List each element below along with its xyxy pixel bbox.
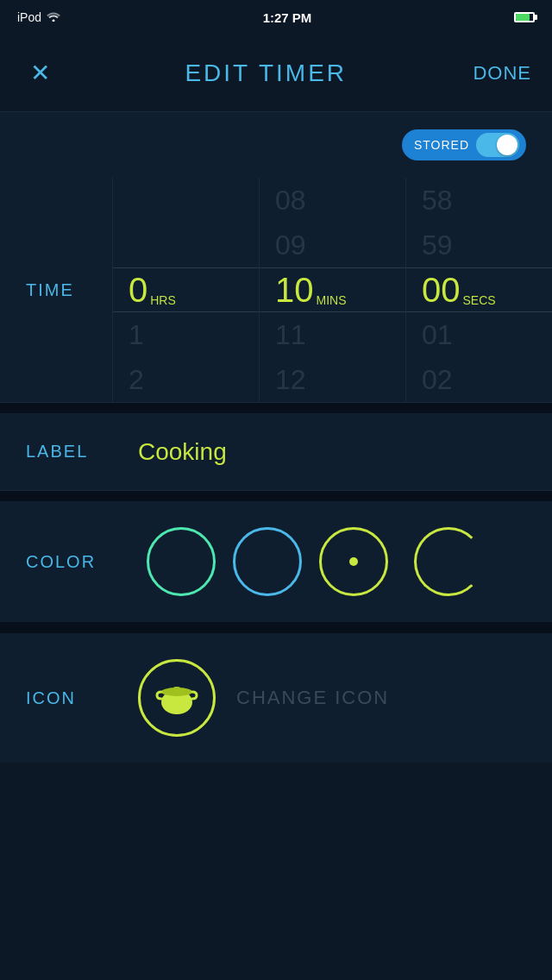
svg-rect-2 [173,687,180,690]
color-section: COLOR [0,501,552,623]
stored-row: STORED [0,112,552,178]
toggle-knob [497,135,518,155]
color-circle-green-teal[interactable] [147,527,216,596]
pot-icon [155,676,198,719]
status-left: iPod [17,10,60,24]
secs-item-59: 59 [406,223,552,267]
time-section: TIME 0HRS 1 2 08 09 10MINS [0,178,552,403]
mins-item-09: 09 [260,223,405,267]
stored-toggle-switch[interactable] [476,133,519,157]
hours-column[interactable]: 0HRS 1 2 [112,178,259,402]
section-divider-2 [0,491,552,501]
hours-item-prev1 [113,223,259,267]
secs-item-02: 02 [406,357,552,402]
secs-item-selected: 00SECS [406,267,552,312]
picker-columns: 0HRS 1 2 08 09 10MINS 11 12 58 59 [112,178,552,402]
icon-circle[interactable] [138,659,216,737]
battery-fill [516,14,530,21]
seconds-column[interactable]: 58 59 00SECS 01 02 [405,178,552,402]
stored-toggle-container[interactable]: STORED [402,129,526,160]
battery-icon [514,12,535,22]
hours-item-prev2 [113,178,259,223]
color-selected-dot [349,557,358,566]
page-title: EDIT TIMER [185,60,347,87]
color-circles [147,527,474,596]
color-circle-cyan-blue[interactable] [233,527,302,596]
mins-item-selected: 10MINS [260,267,405,312]
minutes-column[interactable]: 08 09 10MINS 11 12 [259,178,405,402]
color-circle-yellow-green[interactable] [319,527,388,596]
color-label: COLOR [26,552,138,572]
icon-field-label: ICON [26,688,138,708]
color-circle-partial[interactable] [414,527,483,596]
secs-item-58: 58 [406,178,552,223]
hours-item-next2: 2 [113,357,259,402]
close-button[interactable]: ✕ [21,59,59,87]
label-field-value[interactable]: Cooking [138,438,227,466]
status-right [514,12,535,22]
label-field-label: LABEL [26,442,138,462]
device-label: iPod [17,10,41,24]
icon-section: ICON CHANGE ICON [0,633,552,763]
section-divider-1 [0,403,552,413]
stored-label: STORED [414,138,469,152]
hours-item-next1: 1 [113,312,259,357]
wifi-icon [47,10,60,24]
time-picker: TIME 0HRS 1 2 08 09 10MINS [0,178,552,402]
mins-item-08: 08 [260,178,405,223]
mins-item-11: 11 [260,312,405,357]
secs-item-01: 01 [406,312,552,357]
hours-item-selected: 0HRS [113,267,259,312]
nav-bar: ✕ EDIT TIMER DONE [0,35,552,112]
status-bar: iPod 1:27 PM [0,0,552,35]
status-time: 1:27 PM [263,10,312,25]
time-label: TIME [0,280,112,300]
mins-item-12: 12 [260,357,405,402]
done-button[interactable]: DONE [473,62,531,85]
change-icon-button[interactable]: CHANGE ICON [236,687,389,709]
section-divider-3 [0,623,552,633]
label-section: LABEL Cooking [0,413,552,491]
